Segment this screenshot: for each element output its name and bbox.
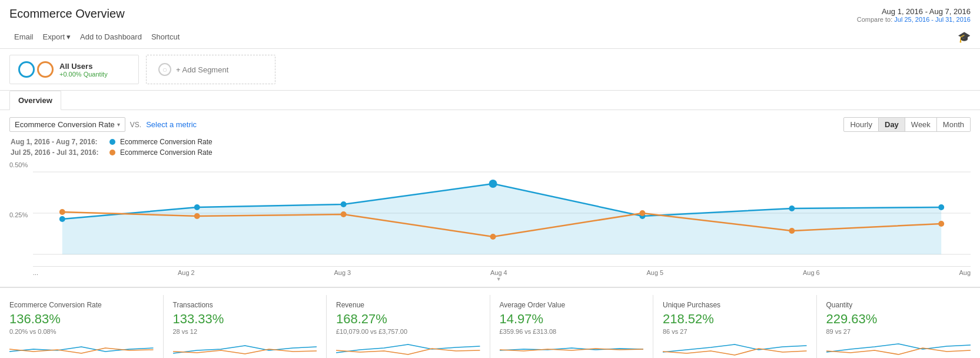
tab-bar: Overview bbox=[0, 91, 980, 110]
shortcut-button[interactable]: Shortcut bbox=[147, 30, 184, 44]
metric-compare: 0.20% vs 0.08% bbox=[9, 328, 154, 335]
legend-compare-label: Ecommerce Conversion Rate bbox=[120, 148, 212, 157]
chevron-down-icon: ▾ bbox=[117, 121, 120, 128]
y-axis-top-label: 0.50% bbox=[9, 161, 28, 168]
segment-icons bbox=[18, 61, 54, 78]
segment-circle-orange bbox=[37, 61, 54, 78]
metric-title: Average Order Value bbox=[500, 301, 644, 309]
page-title: Ecommerce Overview bbox=[9, 7, 125, 21]
legend-current-date: Aug 1, 2016 - Aug 7, 2016: bbox=[11, 138, 105, 146]
date-range-display: Aug 1, 2016 - Aug 7, 2016 Compare to: Ju… bbox=[857, 7, 971, 23]
add-to-dashboard-button[interactable]: Add to Dashboard bbox=[75, 30, 147, 44]
metric-value: 229.63% bbox=[826, 311, 971, 327]
month-button[interactable]: Month bbox=[937, 117, 971, 132]
chart-dot bbox=[938, 221, 944, 227]
metric-compare: 86 vs 27 bbox=[663, 328, 807, 335]
export-button[interactable]: Export ▾ bbox=[38, 30, 76, 44]
compare-date-link[interactable]: Jul 25, 2016 - Jul 31, 2016 bbox=[894, 16, 971, 23]
x-label: ... bbox=[33, 269, 38, 282]
add-segment-button[interactable]: ○ + Add Segment bbox=[146, 55, 275, 84]
chart-dot bbox=[59, 209, 65, 215]
x-label: Aug 3 bbox=[334, 269, 351, 282]
legend-current-label: Ecommerce Conversion Rate bbox=[120, 138, 212, 146]
metric-title: Quantity bbox=[826, 301, 971, 309]
metric-card-unique-purchases: Unique Purchases 218.52% 86 vs 27 bbox=[653, 295, 817, 358]
mini-chart-quantity bbox=[826, 339, 971, 358]
chart-container: 0.50% 0.25% bbox=[9, 160, 971, 282]
graduation-cap-icon: 🎓 bbox=[958, 31, 971, 44]
legend-row-current: Aug 1, 2016 - Aug 7, 2016: Ecommerce Con… bbox=[11, 138, 971, 146]
chart-dot bbox=[490, 234, 496, 240]
chart-svg bbox=[33, 160, 971, 266]
chevron-down-icon: ▾ bbox=[67, 32, 71, 41]
metric-value: 168.27% bbox=[336, 311, 480, 327]
chart-legend: Aug 1, 2016 - Aug 7, 2016: Ecommerce Con… bbox=[9, 138, 971, 157]
x-label: Aug 5 bbox=[646, 269, 663, 282]
chart-dot-peak bbox=[489, 180, 497, 188]
metric-card-conversion-rate: Ecommerce Conversion Rate 136.83% 0.20% … bbox=[0, 295, 164, 358]
tab-overview[interactable]: Overview bbox=[9, 91, 61, 110]
metric-compare: 89 vs 27 bbox=[826, 328, 971, 335]
x-label: Aug 2 bbox=[178, 269, 195, 282]
metric-dropdown[interactable]: Ecommerce Conversion Rate ▾ bbox=[9, 117, 125, 132]
chart-dot bbox=[789, 228, 795, 234]
select-metric-link[interactable]: Select a metric bbox=[146, 120, 197, 129]
x-label: Aug 4 ▼ bbox=[490, 269, 507, 282]
segments-bar: All Users +0.00% Quantity ○ + Add Segmen… bbox=[0, 49, 980, 91]
chart-dot bbox=[789, 205, 795, 211]
chart-dot bbox=[59, 216, 65, 222]
segment-name: All Users bbox=[59, 62, 108, 71]
metric-card-transactions: Transactions 133.33% 28 vs 12 bbox=[164, 295, 327, 358]
toolbar: Email Export ▾ Add to Dashboard Shortcut… bbox=[0, 28, 980, 49]
metric-title: Unique Purchases bbox=[663, 301, 807, 309]
metrics-grid: Ecommerce Conversion Rate 136.83% 0.20% … bbox=[0, 287, 980, 358]
segment-quantity: +0.00% Quantity bbox=[59, 71, 108, 78]
metric-value: 136.83% bbox=[9, 311, 154, 327]
chart-dot bbox=[341, 211, 347, 217]
chart-blue-fill bbox=[62, 184, 941, 254]
chart-dot bbox=[938, 204, 944, 210]
all-users-segment: All Users +0.00% Quantity bbox=[9, 55, 139, 84]
mini-chart-revenue bbox=[336, 339, 480, 358]
add-segment-label: + Add Segment bbox=[176, 65, 228, 74]
vs-label: VS. bbox=[130, 121, 141, 129]
chart-dot bbox=[194, 213, 200, 219]
metric-value: 133.33% bbox=[173, 311, 317, 327]
add-segment-icon: ○ bbox=[158, 63, 171, 76]
legend-compare-date: Jul 25, 2016 - Jul 31, 2016: bbox=[11, 148, 105, 157]
day-button[interactable]: Day bbox=[879, 117, 905, 132]
segment-circle-blue bbox=[18, 61, 35, 78]
chart-dot bbox=[194, 204, 200, 210]
metric-card-avg-order-value: Average Order Value 14.97% £359.96 vs £3… bbox=[490, 295, 654, 358]
metric-value: 218.52% bbox=[663, 311, 807, 327]
metric-title: Revenue bbox=[336, 301, 480, 309]
metric-title: Ecommerce Conversion Rate bbox=[9, 301, 154, 309]
metric-card-quantity: Quantity 229.63% 89 vs 27 bbox=[817, 295, 981, 358]
x-axis: ... Aug 2 Aug 3 Aug 4 ▼ Aug 5 Aug 6 Aug bbox=[33, 266, 971, 282]
legend-dot-blue bbox=[109, 139, 115, 145]
chart-controls: Ecommerce Conversion Rate ▾ VS. Select a… bbox=[9, 117, 971, 132]
compare-date: Compare to: Jul 25, 2016 - Jul 31, 2016 bbox=[857, 16, 971, 23]
y-axis-mid-label: 0.25% bbox=[9, 211, 28, 218]
mini-chart-conversion bbox=[9, 339, 154, 358]
mini-chart-avg-order bbox=[500, 339, 644, 358]
metric-selector: Ecommerce Conversion Rate ▾ VS. Select a… bbox=[9, 117, 197, 132]
mini-chart-transactions bbox=[173, 339, 317, 358]
metric-value: 14.97% bbox=[500, 311, 644, 327]
chart-section: Ecommerce Conversion Rate ▾ VS. Select a… bbox=[0, 110, 980, 282]
mini-chart-unique-purchases bbox=[663, 339, 807, 358]
metric-compare: 28 vs 12 bbox=[173, 328, 317, 335]
main-chart bbox=[33, 160, 971, 266]
hourly-button[interactable]: Hourly bbox=[843, 117, 879, 132]
chart-dot bbox=[639, 210, 645, 216]
x-label: Aug bbox=[959, 269, 971, 282]
email-button[interactable]: Email bbox=[9, 30, 38, 44]
metric-compare: £359.96 vs £313.08 bbox=[500, 328, 644, 335]
metric-compare: £10,079.00 vs £3,757.00 bbox=[336, 328, 480, 335]
week-button[interactable]: Week bbox=[905, 117, 937, 132]
time-period-buttons: Hourly Day Week Month bbox=[843, 117, 971, 132]
x-label: Aug 6 bbox=[803, 269, 820, 282]
page-header: Ecommerce Overview Aug 1, 2016 - Aug 7, … bbox=[0, 0, 980, 28]
legend-dot-orange bbox=[109, 150, 115, 155]
metric-title: Transactions bbox=[173, 301, 317, 309]
